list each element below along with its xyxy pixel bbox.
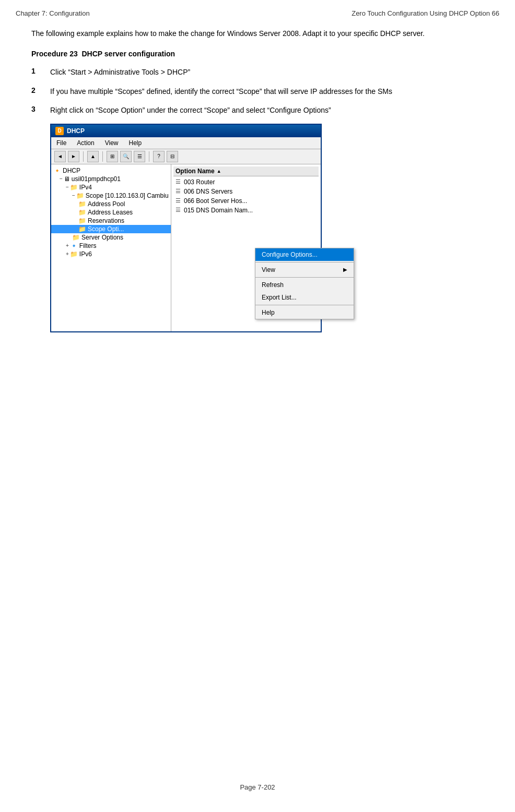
filters-icon (70, 242, 78, 249)
tree-panel: DHCP − usil01pmpdhcp01 − IPv4 (51, 164, 171, 331)
tree-reservations[interactable]: Reservations (51, 217, 171, 225)
intro-paragraph: The following example explains how to ma… (31, 28, 484, 39)
procedure-label: Procedure 23 (31, 50, 78, 58)
address-leases-icon (78, 209, 86, 216)
ctx-view[interactable]: View ▶ (255, 264, 354, 276)
page-header: Chapter 7: Configuration Zero Touch Conf… (0, 0, 515, 22)
procedure-title: DHCP server configuration (82, 50, 175, 58)
server-icon (64, 175, 70, 183)
row-006-dns[interactable]: 006 DNS Servers (173, 187, 319, 196)
context-menu: Configure Options... View ▶ Refresh (255, 248, 354, 319)
toolbar-extra[interactable]: ⊟ (167, 151, 178, 162)
row-003-label: 003 Router (184, 178, 215, 186)
ctx-export-list[interactable]: Export List... (255, 291, 354, 304)
dhcp-window-icon: D (55, 127, 64, 135)
step-3-text: Right click on “Scope Option” under the … (50, 106, 331, 114)
row-066-icon (175, 197, 181, 204)
right-panel-header: Option Name ▲ (173, 166, 319, 176)
tree-server-options-label: Server Options (81, 234, 123, 241)
tree-scope-options-label: Scope Opti... (88, 225, 124, 233)
dhcp-toolbar: ◄ ► ▲ ⊞ 🔍 ☰ ? ⊟ (51, 149, 321, 164)
row-006-icon (175, 188, 181, 195)
filters-expand: + (66, 243, 69, 248)
row-006-label: 006 DNS Servers (184, 188, 232, 195)
ctx-help-label: Help (262, 309, 275, 316)
dhcp-root-icon (53, 167, 61, 174)
scope-icon (76, 192, 84, 199)
toolbar-sep-2 (102, 151, 103, 162)
row-003-router[interactable]: 003 Router (173, 177, 319, 187)
tree-dhcp-label: DHCP (63, 167, 80, 174)
toolbar-list[interactable]: ☰ (134, 151, 145, 162)
page-footer: Page 7-202 (0, 768, 515, 802)
tree-ipv4-label: IPv4 (79, 184, 92, 191)
step-3: 3 Right click on “Scope Option” under th… (31, 104, 484, 332)
toolbar-help[interactable]: ? (153, 151, 165, 162)
ctx-configure-label: Configure Options... (262, 251, 318, 258)
ctx-sep-3 (255, 305, 354, 305)
row-066-boot[interactable]: 066 Boot Server Hos... (173, 196, 319, 206)
ctx-help[interactable]: Help (255, 306, 354, 319)
sort-arrow: ▲ (217, 169, 221, 174)
step-2: 2 If you have multiple “Scopes” defined,… (31, 86, 484, 97)
menu-view[interactable]: View (102, 138, 122, 148)
toolbar-sep-1 (83, 151, 84, 162)
row-015-label: 015 DNS Domain Nam... (184, 207, 253, 214)
tree-scope[interactable]: − Scope [10.120.163.0] Cambiu (51, 192, 171, 200)
step-1-num: 1 (31, 66, 50, 75)
scope-expand: − (72, 193, 75, 198)
ctx-refresh[interactable]: Refresh (255, 279, 354, 291)
scope-options-icon (78, 225, 86, 233)
step-3-num: 3 (31, 104, 50, 113)
tree-server-options[interactable]: Server Options (51, 233, 171, 242)
row-015-dns[interactable]: 015 DNS Domain Nam... (173, 206, 319, 215)
steps-list: 1 Click “Start > Administrative Tools > … (31, 66, 484, 332)
tree-address-leases[interactable]: Address Leases (51, 208, 171, 217)
dhcp-menubar: File Action View Help (51, 137, 321, 149)
step-1-text: Click “Start > Administrative Tools > DH… (50, 66, 484, 78)
tree-scope-options[interactable]: Scope Opti... (51, 225, 171, 233)
toolbar-grid[interactable]: ⊞ (107, 151, 118, 162)
server-expand: − (60, 176, 63, 182)
menu-action[interactable]: Action (74, 138, 97, 148)
address-pool-icon (78, 200, 86, 208)
toolbar-search[interactable]: 🔍 (120, 151, 132, 162)
ctx-sep-2 (255, 277, 354, 278)
tree-ipv4[interactable]: − IPv4 (51, 183, 171, 192)
right-panel: Option Name ▲ 003 Router (171, 164, 321, 331)
ctx-refresh-label: Refresh (262, 281, 284, 289)
tree-dhcp-root[interactable]: DHCP (51, 166, 171, 175)
step-1: 1 Click “Start > Administrative Tools > … (31, 66, 484, 78)
header-left: Chapter 7: Configuration (16, 9, 90, 17)
row-066-label: 066 Boot Server Hos... (184, 197, 247, 205)
tree-address-pool[interactable]: Address Pool (51, 200, 171, 208)
ctx-export-label: Export List... (262, 294, 297, 301)
ctx-view-label: View (262, 266, 275, 273)
step-3-content: Right click on “Scope Option” under the … (50, 104, 331, 332)
tree-server-label: usil01pmpdhcp01 (72, 175, 121, 183)
col-option-name-label: Option Name (175, 168, 215, 175)
tree-filters[interactable]: + Filters (51, 242, 171, 250)
tree-server[interactable]: − usil01pmpdhcp01 (51, 175, 171, 183)
server-options-icon (72, 234, 80, 241)
step-2-text: If you have multiple “Scopes” defined, i… (50, 86, 484, 97)
tree-scope-label: Scope [10.120.163.0] Cambiu (86, 192, 169, 199)
tree-filters-label: Filters (79, 242, 97, 249)
toolbar-forward[interactable]: ► (68, 151, 79, 162)
toolbar-up[interactable]: ▲ (87, 151, 99, 162)
procedure-heading: Procedure 23 DHCP server configuration (31, 50, 484, 58)
row-003-icon (175, 178, 181, 185)
page-number: Page 7-202 (240, 783, 275, 791)
right-panel-rows: 003 Router 006 DNS Servers 066 Boot Serv… (173, 176, 319, 216)
ipv4-expand: − (66, 184, 69, 190)
col-option-name: Option Name ▲ (175, 168, 317, 175)
tree-ipv6[interactable]: + IPv6 (51, 250, 171, 258)
menu-help[interactable]: Help (126, 138, 145, 148)
row-015-icon (175, 207, 181, 213)
tree-address-leases-label: Address Leases (88, 209, 133, 216)
menu-file[interactable]: File (53, 138, 69, 148)
toolbar-back[interactable]: ◄ (54, 151, 66, 162)
ctx-configure-options[interactable]: Configure Options... (255, 248, 354, 261)
dhcp-window-title: DHCP (67, 127, 85, 135)
toolbar-sep-3 (149, 151, 149, 162)
